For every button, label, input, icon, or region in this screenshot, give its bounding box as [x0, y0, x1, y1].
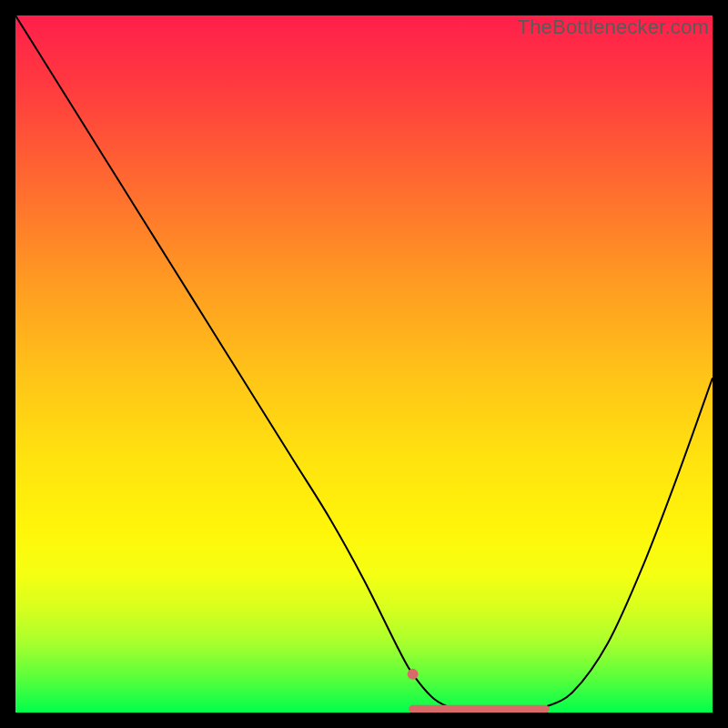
- chart-svg: [15, 15, 713, 713]
- optimal-range-start-dot: [408, 669, 419, 680]
- plot-area: TheBottlenecker.com: [15, 15, 713, 713]
- bottleneck-curve: [15, 15, 713, 713]
- chart-frame: TheBottlenecker.com: [0, 0, 728, 728]
